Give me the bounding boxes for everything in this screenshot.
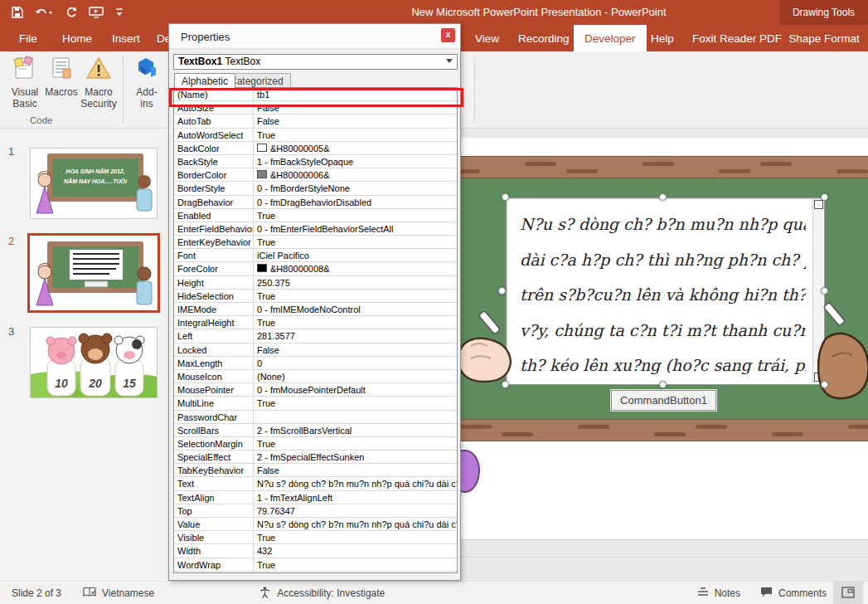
property-value[interactable]: 2 - fmSpecialEffectSunken xyxy=(254,451,457,463)
property-row-passwordchar[interactable]: PasswordChar xyxy=(174,411,457,424)
property-row-specialeffect[interactable]: SpecialEffect2 - fmSpecialEffectSunken xyxy=(174,451,457,464)
property-row-integralheight[interactable]: IntegralHeightTrue xyxy=(174,316,457,329)
property-value[interactable]: True xyxy=(254,129,457,141)
property-name[interactable]: BorderColor xyxy=(174,168,254,181)
tab-file[interactable]: File xyxy=(8,25,48,51)
property-row-textalign[interactable]: TextAlign1 - fmTextAlignLeft xyxy=(174,491,457,504)
property-value[interactable]: N?u s? dòng ch? b?n mu?n nh?p quá chi?u … xyxy=(254,477,457,490)
property-value[interactable]: 0 - fmMousePointerDefault xyxy=(254,383,457,396)
close-icon[interactable]: x xyxy=(441,28,455,42)
property-row-font[interactable]: FontiCiel Pacifico xyxy=(174,249,457,262)
property-name[interactable]: MouseIcon xyxy=(174,370,254,382)
property-row-wordwrap[interactable]: WordWrapTrue xyxy=(174,558,457,572)
redo-icon[interactable] xyxy=(65,7,77,18)
visual-basic-button[interactable]: VisualBasic xyxy=(7,56,43,110)
property-name[interactable]: Width xyxy=(174,544,254,557)
property-name[interactable]: Top xyxy=(174,504,254,517)
property-name[interactable]: Text xyxy=(174,477,254,490)
comments-toggle[interactable]: Comments xyxy=(760,587,827,600)
property-name[interactable]: ForeColor xyxy=(174,262,254,275)
property-row-mousepointer[interactable]: MousePointer0 - fmMousePointerDefault xyxy=(174,383,457,397)
property-name[interactable]: IntegralHeight xyxy=(174,316,254,329)
property-value[interactable]: 0 - fmDragBehaviorDisabled xyxy=(254,196,457,208)
property-row-imemode[interactable]: IMEMode0 - fmIMEModeNoControl xyxy=(174,303,457,316)
tab-insert[interactable]: Insert xyxy=(101,25,151,51)
property-row-bordercolor[interactable]: BorderColor&H80000006& xyxy=(174,168,457,182)
selection-handle[interactable] xyxy=(821,381,828,388)
property-value[interactable]: False xyxy=(254,114,457,127)
property-name[interactable]: WordWrap xyxy=(174,558,254,571)
spell-check-status[interactable]: Vietnamese xyxy=(83,587,154,601)
property-value[interactable]: 0 - fmBorderStyleNone xyxy=(254,182,457,194)
property-value[interactable]: True xyxy=(254,316,457,329)
selection-handle[interactable] xyxy=(821,287,828,295)
property-value[interactable]: True xyxy=(254,397,457,409)
property-row-value[interactable]: ValueN?u s? dòng ch? b?n mu?n nh?p quá c… xyxy=(174,518,457,531)
tab-developer[interactable]: Developer xyxy=(574,25,647,51)
property-row-enterkeybehavior[interactable]: EnterKeyBehaviorTrue xyxy=(174,236,457,249)
activex-textbox[interactable]: N?u s? dòng ch? b?n mu?n nh?p quá chi?ud… xyxy=(506,197,825,385)
property-name[interactable]: EnterKeyBehavior xyxy=(174,236,254,248)
property-name[interactable]: PasswordChar xyxy=(174,411,254,423)
property-value[interactable]: 250.375 xyxy=(254,276,457,289)
property-name[interactable]: SelectionMargin xyxy=(174,437,254,450)
property-row-autotab[interactable]: AutoTabFalse xyxy=(174,114,457,128)
property-value[interactable]: 432 xyxy=(254,544,457,557)
property-name[interactable]: MousePointer xyxy=(174,383,254,396)
tab-view[interactable]: View xyxy=(464,25,510,51)
property-value[interactable]: &H80000005& xyxy=(254,142,457,154)
property-name[interactable]: EnterFieldBehavior xyxy=(174,222,254,235)
slide-thumbnail-1[interactable]: HOA SINH NĂM 2012, NĂM NAY HOA.....TUỔI xyxy=(30,148,158,219)
property-value[interactable]: True xyxy=(254,531,457,543)
property-row-borderstyle[interactable]: BorderStyle0 - fmBorderStyleNone xyxy=(174,182,457,195)
property-value[interactable]: True xyxy=(254,437,457,450)
property-row-enabled[interactable]: EnabledTrue xyxy=(174,209,457,222)
property-row-top[interactable]: Top79.76347 xyxy=(174,504,457,518)
property-value[interactable]: 2 - fmScrollBarsVertical xyxy=(254,424,457,436)
property-row-width[interactable]: Width432 xyxy=(174,544,457,558)
property-value[interactable]: True xyxy=(254,209,457,222)
property-name[interactable]: IMEMode xyxy=(174,303,254,315)
undo-icon[interactable] xyxy=(35,7,53,18)
property-row-mouseicon[interactable]: MouseIcon(None) xyxy=(174,370,457,383)
command-button[interactable]: CommandButton1 xyxy=(611,390,716,411)
tab-shape-format[interactable]: Shape Format xyxy=(780,25,868,51)
property-value[interactable]: N?u s? dòng ch? b?n mu?n nh?p quá chi?u … xyxy=(254,518,457,530)
property-row-scrollbars[interactable]: ScrollBars2 - fmScrollBarsVertical xyxy=(174,424,457,437)
property-row-maxlength[interactable]: MaxLength0 xyxy=(174,357,457,370)
notes-toggle[interactable]: Notes xyxy=(697,587,740,600)
selection-handle[interactable] xyxy=(498,287,506,295)
property-row-tabkeybehavior[interactable]: TabKeyBehaviorFalse xyxy=(174,464,457,477)
property-row-dragbehavior[interactable]: DragBehavior0 - fmDragBehaviorDisabled xyxy=(174,196,457,209)
property-name[interactable]: Height xyxy=(174,276,254,289)
property-value[interactable]: 1 - fmBackStyleOpaque xyxy=(254,155,457,168)
property-name[interactable]: MultiLine xyxy=(174,397,254,409)
customize-qat-icon[interactable] xyxy=(115,7,124,17)
property-value[interactable]: 0 - fmIMEModeNoControl xyxy=(254,303,457,315)
property-row-height[interactable]: Height250.375 xyxy=(174,276,457,290)
property-value[interactable]: False xyxy=(254,464,457,476)
property-value[interactable]: 0 xyxy=(254,357,457,369)
property-row-text[interactable]: TextN?u s? dòng ch? b?n mu?n nh?p quá ch… xyxy=(174,477,457,490)
property-name[interactable]: TabKeyBehavior xyxy=(174,464,254,476)
property-value[interactable]: False xyxy=(254,343,457,356)
object-dropdown[interactable]: TextBox1 TextBox xyxy=(173,54,458,70)
property-row-forecolor[interactable]: ForeColor&H80000008& xyxy=(174,262,457,275)
property-name[interactable]: BackStyle xyxy=(174,155,254,168)
property-name[interactable]: BorderStyle xyxy=(174,182,254,194)
property-value[interactable]: iCiel Pacifico xyxy=(254,249,457,261)
property-value[interactable]: (None) xyxy=(254,370,457,382)
property-name[interactable]: TextAlign xyxy=(174,491,254,504)
property-name[interactable]: AutoTab xyxy=(174,114,254,127)
property-row-multiline[interactable]: MultiLineTrue xyxy=(174,397,457,410)
property-row-locked[interactable]: LockedFalse xyxy=(174,343,457,357)
tab-help[interactable]: Help xyxy=(640,25,685,51)
accessibility-status[interactable]: Accessibility: Investigate xyxy=(259,586,385,601)
property-value[interactable]: &H80000006& xyxy=(254,168,457,181)
selection-handle[interactable] xyxy=(821,193,828,201)
slide-thumbnail-2[interactable] xyxy=(27,233,160,313)
selection-handle[interactable] xyxy=(659,381,667,388)
property-value[interactable]: 0 - fmEnterFieldBehaviorSelectAll xyxy=(254,222,457,235)
selection-handle[interactable] xyxy=(502,381,509,388)
save-icon[interactable] xyxy=(12,7,23,18)
